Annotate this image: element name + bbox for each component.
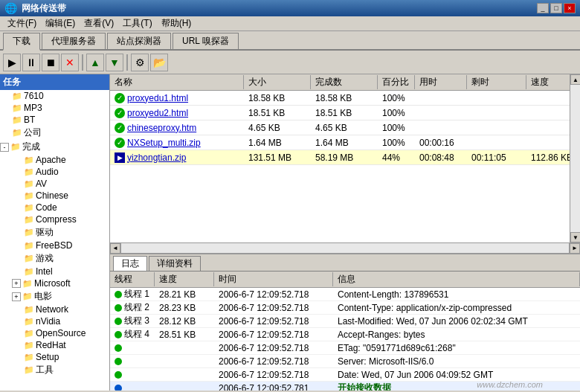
h-scroll-track[interactable]: [120, 243, 570, 253]
tab-download[interactable]: 下载: [3, 33, 40, 51]
tab-url-sniffer[interactable]: URL 嗅探器: [173, 33, 239, 49]
menu-file[interactable]: 文件(F): [3, 16, 41, 30]
toolbar-settings[interactable]: ⚙: [131, 54, 149, 71]
toolbar-pause[interactable]: ⏸: [22, 54, 40, 71]
maximize-button[interactable]: □: [550, 3, 562, 13]
sidebar-item-7610[interactable]: 📁 7610: [0, 90, 109, 102]
col-header-time[interactable]: 用时: [415, 75, 467, 89]
menu-help[interactable]: 帮助(H): [157, 16, 196, 30]
log-row-1[interactable]: 线程 2 28.23 KB 2006-6-7 12:09:52.718 Cont…: [110, 301, 580, 315]
tab-proxy[interactable]: 代理服务器: [42, 33, 106, 49]
file-list-vscrollbar[interactable]: ▲ ▼: [570, 74, 580, 242]
sidebar-item-games[interactable]: 📁 游戏: [0, 251, 109, 266]
log-row-5[interactable]: 2006-6-7 12:09:52.718 Server: Microsoft-…: [110, 355, 580, 368]
sidebar-item-complete[interactable]: - 📁 完成: [0, 140, 109, 154]
file-size-1: 18.51 KB: [244, 108, 311, 118]
sidebar-item-tools[interactable]: 📁 工具: [0, 363, 109, 377]
file-row[interactable]: ✓ NXSetup_multi.zip 1.64 MB 1.64 MB 100%…: [110, 135, 570, 150]
sidebar-item-code[interactable]: 📁 Code: [0, 202, 109, 213]
sidebar-item-opensource[interactable]: 📁 OpenSource: [0, 327, 109, 339]
expand-icon-movies[interactable]: +: [12, 292, 21, 301]
sidebar-item-driver[interactable]: 📁 驱动: [0, 225, 109, 240]
sidebar-item-freebsd[interactable]: 📁 FreeBSD: [0, 240, 109, 251]
file-done-3: 1.64 MB: [311, 138, 378, 148]
tab-site-explorer[interactable]: 站点探测器: [107, 33, 171, 49]
toolbar-stop[interactable]: ⏹: [42, 54, 59, 71]
col-header-speed[interactable]: 速度: [526, 75, 570, 89]
file-pct-1: 100%: [378, 108, 415, 118]
tab-log[interactable]: 日志: [113, 256, 147, 271]
log-row-0[interactable]: 线程 1 28.21 KB 2006-6-7 12:09:52.718 Cont…: [110, 288, 580, 301]
h-scroll-right[interactable]: ►: [570, 243, 580, 254]
toolbar-start[interactable]: ▶: [3, 54, 21, 71]
log-time-0: 2006-6-7 12:09:52.718: [214, 289, 333, 300]
file-done-1: 18.51 KB: [311, 108, 378, 118]
log-time-1: 2006-6-7 12:09:52.718: [214, 303, 333, 313]
folder-icon-bt: 📁: [12, 115, 22, 125]
folder-icon-network: 📁: [24, 305, 34, 315]
folder-icon-opensource: 📁: [24, 329, 34, 338]
col-header-size[interactable]: 大小: [244, 75, 311, 89]
col-header-pct[interactable]: 百分比: [378, 75, 415, 89]
col-header-remain[interactable]: 剩时: [467, 75, 526, 89]
folder-icon-microsoft: 📁: [22, 279, 33, 289]
menu-view[interactable]: 查看(V): [80, 16, 118, 30]
sidebar-item-bt[interactable]: 📁 BT: [0, 114, 109, 126]
log-info-4: ETag: "0591771d689c61:268": [333, 343, 580, 353]
sidebar-item-chinese[interactable]: 📁 Chinese: [0, 190, 109, 202]
toolbar-up[interactable]: ▲: [86, 54, 104, 71]
log-status-icon-3: [115, 331, 122, 338]
file-list-hscrollbar[interactable]: ◄ ►: [110, 242, 580, 253]
folder-icon-chinese: 📁: [24, 191, 34, 201]
expand-icon-complete[interactable]: -: [0, 143, 9, 152]
file-list-inner: 名称 大小 完成数 百分比 用时 剩时 速度: [110, 74, 580, 242]
scroll-track[interactable]: [570, 85, 580, 232]
log-info-0: Content-Length: 137896531: [333, 289, 580, 300]
sidebar-item-setup[interactable]: 📁 Setup: [0, 351, 109, 363]
sidebar-item-redhat[interactable]: 📁 RedHat: [0, 339, 109, 351]
h-scroll-left[interactable]: ◄: [110, 243, 120, 254]
sidebar-item-compress[interactable]: 📁 Compress: [0, 213, 109, 225]
file-time-3: 00:00:16: [415, 138, 467, 148]
menu-edit[interactable]: 编辑(E): [41, 16, 80, 30]
log-row-4[interactable]: 2006-6-7 12:09:52.718 ETag: "0591771d689…: [110, 341, 580, 355]
file-time-4: 00:08:48: [415, 152, 467, 163]
expand-icon-microsoft[interactable]: +: [12, 279, 21, 288]
file-row[interactable]: ✓ proxyedu1.html 18.58 KB 18.58 KB 100%: [110, 91, 570, 106]
toolbar-delete[interactable]: ✕: [61, 54, 79, 71]
log-header: 线程 速度 时间 信息: [110, 271, 580, 288]
sidebar-item-microsoft[interactable]: + 📁 Microsoft: [0, 277, 109, 289]
sidebar-item-company[interactable]: 📁 公司: [0, 126, 109, 140]
col-header-name[interactable]: 名称: [110, 75, 244, 89]
folder-icon-intel: 📁: [24, 267, 34, 277]
minimize-button[interactable]: _: [537, 3, 549, 13]
sidebar-item-av[interactable]: 📁 AV: [0, 178, 109, 190]
sidebar-item-movies[interactable]: + 📁 电影: [0, 289, 109, 303]
log-info-1: Content-Type: application/x-zip-compress…: [333, 303, 580, 313]
file-row-active[interactable]: ▶ yizhongtian.zip 131.51 MB 58.19 MB 44%…: [110, 150, 570, 165]
main-container: 任务 📁 7610 📁 MP3 📁 BT 📁 公司 - 📁 完成: [0, 74, 580, 391]
sidebar-item-network[interactable]: 📁 Network: [0, 303, 109, 315]
close-button[interactable]: ×: [564, 3, 576, 13]
scroll-up-btn[interactable]: ▲: [570, 74, 580, 85]
sidebar-item-intel[interactable]: 📁 Intel: [0, 266, 109, 277]
log-row-2[interactable]: 线程 3 28.12 KB 2006-6-7 12:09:52.718 Last…: [110, 315, 580, 328]
sidebar-item-mp3[interactable]: 📁 MP3: [0, 102, 109, 114]
file-row[interactable]: ✓ proxyedu2.html 18.51 KB 18.51 KB 100%: [110, 106, 570, 121]
scroll-down-btn[interactable]: ▼: [570, 232, 580, 242]
toolbar-open[interactable]: 📂: [150, 54, 168, 71]
log-row-3[interactable]: 线程 4 28.51 KB 2006-6-7 12:09:52.718 Acce…: [110, 328, 580, 341]
log-thread-6: [110, 371, 155, 379]
sidebar-item-audio[interactable]: 📁 Audio: [0, 166, 109, 178]
menu-tools[interactable]: 工具(T): [118, 16, 156, 30]
toolbar-down[interactable]: ▼: [106, 54, 123, 71]
sidebar-item-apache[interactable]: 📁 Apache: [0, 154, 109, 166]
sidebar-item-nvidia[interactable]: 📁 nVidia: [0, 315, 109, 327]
file-size-2: 4.65 KB: [244, 123, 311, 133]
file-name-1: ✓ proxyedu2.html: [110, 108, 244, 118]
file-done-0: 18.58 KB: [311, 93, 378, 103]
col-header-done[interactable]: 完成数: [311, 75, 378, 89]
tab-details[interactable]: 详细资料: [149, 256, 201, 271]
file-row[interactable]: ✓ chineseproxy.htm 4.65 KB 4.65 KB 100%: [110, 121, 570, 135]
folder-icon-compress: 📁: [24, 215, 34, 225]
